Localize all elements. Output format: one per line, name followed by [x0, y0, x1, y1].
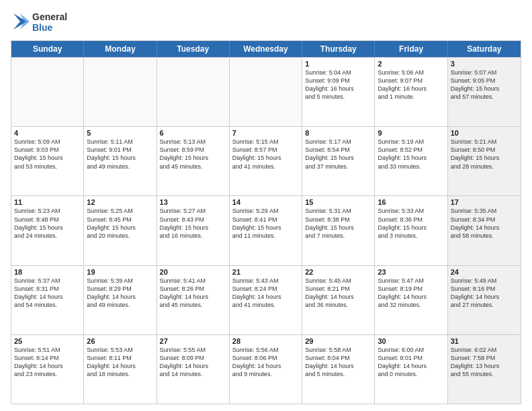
day-number: 30 — [378, 337, 444, 345]
calendar-cell: 20Sunrise: 5:41 AM Sunset: 8:26 PM Dayli… — [157, 266, 230, 334]
calendar-header: SundayMondayTuesdayWednesdayThursdayFrid… — [11, 41, 521, 57]
weekday-header: Thursday — [302, 41, 375, 57]
day-info: Sunrise: 5:58 AM Sunset: 8:04 PM Dayligh… — [305, 346, 371, 379]
calendar-cell: 14Sunrise: 5:29 AM Sunset: 8:41 PM Dayli… — [230, 196, 302, 265]
day-number: 11 — [14, 198, 81, 206]
day-number: 4 — [14, 129, 81, 137]
calendar-week-row: 11Sunrise: 5:23 AM Sunset: 8:48 PM Dayli… — [11, 195, 521, 265]
calendar-cell — [11, 58, 84, 126]
day-number: 1 — [305, 60, 371, 68]
day-number: 15 — [305, 198, 371, 206]
day-info: Sunrise: 5:53 AM Sunset: 8:11 PM Dayligh… — [87, 346, 153, 379]
day-info: Sunrise: 5:06 AM Sunset: 9:07 PM Dayligh… — [378, 68, 444, 101]
calendar-cell: 12Sunrise: 5:25 AM Sunset: 8:45 PM Dayli… — [84, 196, 157, 265]
day-number: 31 — [451, 337, 518, 345]
day-number: 28 — [232, 337, 299, 345]
calendar-cell: 1Sunrise: 5:04 AM Sunset: 9:09 PM Daylig… — [302, 58, 375, 126]
day-info: Sunrise: 5:27 AM Sunset: 8:43 PM Dayligh… — [160, 207, 226, 240]
day-info: Sunrise: 5:23 AM Sunset: 8:48 PM Dayligh… — [14, 207, 81, 240]
calendar-cell: 11Sunrise: 5:23 AM Sunset: 8:48 PM Dayli… — [11, 196, 84, 265]
day-number: 14 — [232, 198, 299, 206]
day-info: Sunrise: 5:19 AM Sunset: 8:52 PM Dayligh… — [378, 138, 444, 171]
svg-text:General: General — [32, 11, 67, 22]
weekday-header: Tuesday — [157, 41, 230, 57]
day-info: Sunrise: 5:33 AM Sunset: 8:36 PM Dayligh… — [378, 207, 444, 240]
day-number: 29 — [305, 337, 371, 345]
day-number: 3 — [451, 60, 518, 68]
calendar-cell: 6Sunrise: 5:13 AM Sunset: 8:59 PM Daylig… — [157, 127, 230, 195]
weekday-header: Saturday — [448, 41, 521, 57]
day-number: 23 — [378, 268, 444, 276]
day-info: Sunrise: 5:39 AM Sunset: 8:29 PM Dayligh… — [87, 277, 153, 310]
calendar-week-row: 18Sunrise: 5:37 AM Sunset: 8:31 PM Dayli… — [11, 265, 521, 334]
day-info: Sunrise: 5:51 AM Sunset: 8:14 PM Dayligh… — [14, 346, 81, 379]
day-number: 9 — [378, 129, 444, 137]
day-number: 18 — [14, 268, 81, 276]
calendar-cell: 15Sunrise: 5:31 AM Sunset: 8:38 PM Dayli… — [302, 196, 375, 265]
weekday-header: Monday — [84, 41, 157, 57]
svg-text:Blue: Blue — [32, 22, 53, 33]
day-number: 27 — [160, 337, 226, 345]
day-number: 2 — [378, 60, 444, 68]
day-info: Sunrise: 5:15 AM Sunset: 8:57 PM Dayligh… — [232, 138, 299, 171]
calendar-cell: 17Sunrise: 5:35 AM Sunset: 8:34 PM Dayli… — [448, 196, 521, 265]
day-info: Sunrise: 5:09 AM Sunset: 9:03 PM Dayligh… — [14, 138, 81, 171]
day-info: Sunrise: 5:17 AM Sunset: 8:54 PM Dayligh… — [305, 138, 371, 171]
generalblue-logo: General Blue — [11, 8, 85, 35]
calendar-cell: 9Sunrise: 5:19 AM Sunset: 8:52 PM Daylig… — [375, 127, 447, 195]
calendar-cell: 18Sunrise: 5:37 AM Sunset: 8:31 PM Dayli… — [11, 266, 84, 334]
day-info: Sunrise: 5:45 AM Sunset: 8:21 PM Dayligh… — [305, 277, 371, 310]
day-info: Sunrise: 6:00 AM Sunset: 8:01 PM Dayligh… — [378, 346, 444, 379]
calendar: SundayMondayTuesdayWednesdayThursdayFrid… — [11, 40, 521, 404]
weekday-header: Wednesday — [230, 41, 302, 57]
calendar-cell: 24Sunrise: 5:49 AM Sunset: 8:16 PM Dayli… — [448, 266, 521, 334]
calendar-cell: 23Sunrise: 5:47 AM Sunset: 8:19 PM Dayli… — [375, 266, 447, 334]
calendar-cell: 29Sunrise: 5:58 AM Sunset: 8:04 PM Dayli… — [302, 335, 375, 404]
day-info: Sunrise: 5:49 AM Sunset: 8:16 PM Dayligh… — [451, 277, 518, 310]
logo: General Blue — [11, 8, 85, 35]
day-info: Sunrise: 5:11 AM Sunset: 9:01 PM Dayligh… — [87, 138, 153, 171]
calendar-cell — [84, 58, 157, 126]
day-info: Sunrise: 5:04 AM Sunset: 9:09 PM Dayligh… — [305, 68, 371, 101]
calendar-cell: 3Sunrise: 5:07 AM Sunset: 9:05 PM Daylig… — [448, 58, 521, 126]
day-number: 17 — [451, 198, 518, 206]
calendar-cell: 22Sunrise: 5:45 AM Sunset: 8:21 PM Dayli… — [302, 266, 375, 334]
day-number: 13 — [160, 198, 226, 206]
calendar-cell: 27Sunrise: 5:55 AM Sunset: 8:09 PM Dayli… — [157, 335, 230, 404]
day-number: 16 — [378, 198, 444, 206]
calendar-cell: 10Sunrise: 5:21 AM Sunset: 8:50 PM Dayli… — [448, 127, 521, 195]
day-info: Sunrise: 5:35 AM Sunset: 8:34 PM Dayligh… — [451, 207, 518, 240]
day-number: 8 — [305, 129, 371, 137]
calendar-cell: 25Sunrise: 5:51 AM Sunset: 8:14 PM Dayli… — [11, 335, 84, 404]
day-number: 20 — [160, 268, 226, 276]
day-number: 19 — [87, 268, 153, 276]
day-number: 26 — [87, 337, 153, 345]
day-info: Sunrise: 5:43 AM Sunset: 8:24 PM Dayligh… — [232, 277, 299, 310]
calendar-cell: 31Sunrise: 6:02 AM Sunset: 7:58 PM Dayli… — [448, 335, 521, 404]
day-info: Sunrise: 5:07 AM Sunset: 9:05 PM Dayligh… — [451, 68, 518, 101]
calendar-cell: 4Sunrise: 5:09 AM Sunset: 9:03 PM Daylig… — [11, 127, 84, 195]
day-info: Sunrise: 5:13 AM Sunset: 8:59 PM Dayligh… — [160, 138, 226, 171]
day-info: Sunrise: 5:21 AM Sunset: 8:50 PM Dayligh… — [451, 138, 518, 171]
day-number: 24 — [451, 268, 518, 276]
day-number: 10 — [451, 129, 518, 137]
calendar-cell: 28Sunrise: 5:56 AM Sunset: 8:06 PM Dayli… — [230, 335, 302, 404]
calendar-cell — [230, 58, 302, 126]
day-number: 12 — [87, 198, 153, 206]
calendar-cell: 7Sunrise: 5:15 AM Sunset: 8:57 PM Daylig… — [230, 127, 302, 195]
day-number: 21 — [232, 268, 299, 276]
day-info: Sunrise: 5:25 AM Sunset: 8:45 PM Dayligh… — [87, 207, 153, 240]
day-info: Sunrise: 5:37 AM Sunset: 8:31 PM Dayligh… — [14, 277, 81, 310]
day-info: Sunrise: 5:47 AM Sunset: 8:19 PM Dayligh… — [378, 277, 444, 310]
calendar-cell: 16Sunrise: 5:33 AM Sunset: 8:36 PM Dayli… — [375, 196, 447, 265]
calendar-cell: 19Sunrise: 5:39 AM Sunset: 8:29 PM Dayli… — [84, 266, 157, 334]
calendar-cell: 5Sunrise: 5:11 AM Sunset: 9:01 PM Daylig… — [84, 127, 157, 195]
day-info: Sunrise: 5:41 AM Sunset: 8:26 PM Dayligh… — [160, 277, 226, 310]
day-info: Sunrise: 5:29 AM Sunset: 8:41 PM Dayligh… — [232, 207, 299, 240]
day-number: 22 — [305, 268, 371, 276]
calendar-cell — [157, 58, 230, 126]
calendar-body: 1Sunrise: 5:04 AM Sunset: 9:09 PM Daylig… — [11, 57, 521, 404]
calendar-cell: 26Sunrise: 5:53 AM Sunset: 8:11 PM Dayli… — [84, 335, 157, 404]
calendar-week-row: 4Sunrise: 5:09 AM Sunset: 9:03 PM Daylig… — [11, 126, 521, 195]
day-info: Sunrise: 5:56 AM Sunset: 8:06 PM Dayligh… — [232, 346, 299, 379]
